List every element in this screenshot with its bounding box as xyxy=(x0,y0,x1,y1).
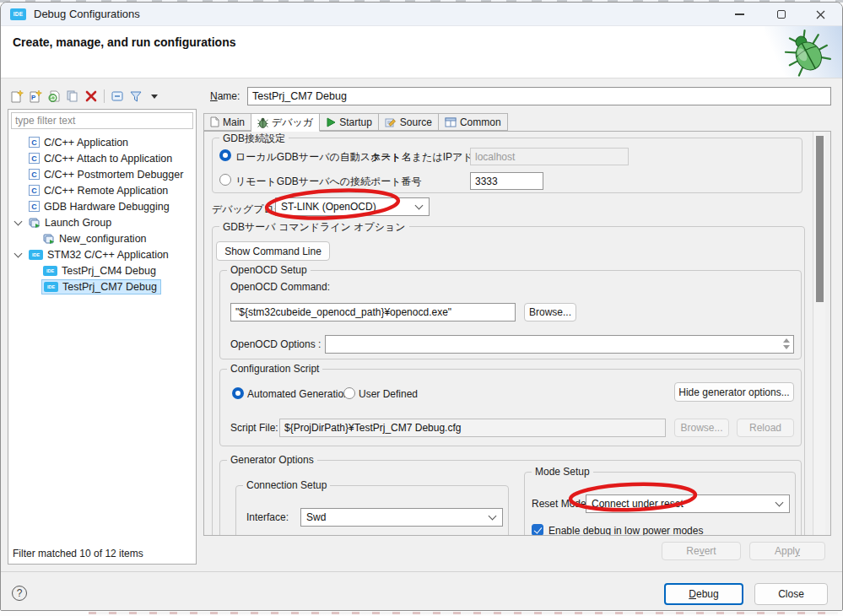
tab-common[interactable]: Common xyxy=(439,113,508,131)
spinner-icons[interactable] xyxy=(783,338,790,349)
c-application-icon: C xyxy=(29,169,40,180)
debugger-bug-icon xyxy=(257,117,268,128)
low-power-debug-label: Enable debug in low power modes xyxy=(548,525,703,536)
vertical-scrollbar[interactable] xyxy=(813,132,825,535)
header-gradient xyxy=(765,26,842,78)
dialog-footer: ? Debug Close xyxy=(1,571,842,611)
dialog-header-title: Create, manage, and run configurations xyxy=(13,35,236,49)
chevron-down-icon xyxy=(489,512,497,521)
host-input[interactable]: localhost xyxy=(470,148,629,165)
user-defined-radio[interactable] xyxy=(343,387,355,399)
tree-item-new-configuration[interactable]: New_configuration xyxy=(8,230,196,246)
automated-generation-radio[interactable] xyxy=(232,387,244,399)
configuration-name-input[interactable] xyxy=(247,87,831,105)
tab-debugger[interactable]: デバッガ xyxy=(251,113,320,132)
remote-gdb-radio[interactable] xyxy=(219,174,231,186)
generator-options-group: Generator Options Connection Setup Inter… xyxy=(219,460,802,536)
port-label: ポート番号 xyxy=(370,175,422,189)
debug-probe-select[interactable]: ST-LINK (OpenOCD) xyxy=(275,197,430,216)
openocd-options-input[interactable] xyxy=(325,335,794,354)
expanded-chevron-icon[interactable] xyxy=(14,249,23,257)
launch-group-icon xyxy=(29,217,41,228)
connection-setup-title: Connection Setup xyxy=(243,479,330,491)
reset-mode-select[interactable]: Connect under reset xyxy=(586,494,790,513)
c-application-icon: C xyxy=(29,201,40,212)
openocd-setup-title: OpenOCD Setup xyxy=(227,264,311,276)
debug-button[interactable]: Debug xyxy=(664,583,743,605)
tree-item-cpp-postmortem[interactable]: C C/C++ Postmortem Debugger xyxy=(8,166,196,182)
show-command-line-button[interactable]: Show Command Line xyxy=(216,241,330,261)
duplicate-icon xyxy=(66,89,79,103)
tab-main[interactable]: Main xyxy=(203,113,251,131)
tree-item-stm32-application[interactable]: IDE STM32 C/C++ Application xyxy=(8,246,196,262)
minimize-button[interactable] xyxy=(721,3,758,26)
source-icon xyxy=(385,116,397,127)
sidebar-toolbar: P xyxy=(9,88,162,105)
interface-select[interactable]: Swd xyxy=(300,508,503,527)
startup-play-icon xyxy=(326,117,336,127)
tree-item-cpp-application[interactable]: C C/C++ Application xyxy=(8,134,196,150)
tree-item-testprj-cm7-debug[interactable]: IDE TestPrj_CM7 Debug xyxy=(8,278,196,294)
filter-status-text: Filter matched 10 of 12 items xyxy=(13,548,143,559)
scrollbar-thumb[interactable] xyxy=(816,136,824,302)
delete-icon xyxy=(85,90,97,102)
name-label: Name: xyxy=(210,90,240,102)
script-reload-button[interactable]: Reload xyxy=(737,419,794,437)
tree-item-cpp-remote[interactable]: C C/C++ Remote Application xyxy=(8,182,196,198)
openocd-options-label: OpenOCD Options : xyxy=(230,338,321,350)
openocd-command-input[interactable]: "${stm32cubeide_openocd_path}¥openocd.ex… xyxy=(230,303,516,322)
configurations-tree: C C/C++ Application C C/C++ Attach to Ap… xyxy=(8,134,196,294)
automated-generation-label: Automated Generation xyxy=(247,388,349,400)
close-window-button[interactable] xyxy=(802,3,839,26)
tree-item-launch-group[interactable]: Launch Group xyxy=(8,214,196,230)
tab-startup[interactable]: Startup xyxy=(320,113,379,131)
close-icon xyxy=(816,10,825,19)
chevron-down-icon xyxy=(415,202,424,210)
apply-button[interactable]: Apply xyxy=(749,542,825,560)
debug-configurations-dialog: IDE Debug Configurations Create, manage,… xyxy=(0,2,843,611)
duplicate-configuration-button[interactable] xyxy=(65,89,80,104)
launch-group-icon xyxy=(43,233,55,244)
autostart-local-gdb-radio[interactable] xyxy=(219,149,231,161)
remote-gdb-label: リモートGDBサーバへの接続 xyxy=(235,175,370,189)
new-prototype-button[interactable]: P xyxy=(28,89,43,104)
collapse-all-button[interactable] xyxy=(110,89,125,104)
titlebar: IDE Debug Configurations xyxy=(1,3,842,26)
gdb-connection-group-title: GDB接続設定 xyxy=(219,132,289,146)
tree-item-testprj-cm4-debug[interactable]: IDE TestPrj_CM4 Debug xyxy=(8,262,196,278)
port-input[interactable]: 3333 xyxy=(470,172,543,190)
close-button[interactable]: Close xyxy=(754,583,828,605)
tab-source[interactable]: Source xyxy=(379,113,439,131)
new-config-icon xyxy=(10,89,24,103)
low-power-debug-checkbox[interactable] xyxy=(532,524,543,536)
collapse-all-icon xyxy=(111,91,124,102)
expanded-chevron-icon[interactable] xyxy=(14,217,23,225)
export-configuration-button[interactable] xyxy=(46,89,62,104)
c-application-icon: C xyxy=(29,153,40,164)
openocd-browse-button[interactable]: Browse... xyxy=(524,303,576,322)
app-ide-icon: IDE xyxy=(10,8,26,20)
gdb-server-options-group: GDBサーバ コマンドライン オプション Show Command Line O… xyxy=(212,226,805,536)
openocd-command-label: OpenOCD Command: xyxy=(230,281,330,293)
revert-button[interactable]: Revert xyxy=(662,542,741,560)
hide-generator-options-button[interactable]: Hide generator options... xyxy=(674,382,794,402)
new-configuration-button[interactable] xyxy=(9,89,24,104)
connection-setup-group: Connection Setup Interface: Swd xyxy=(235,485,509,536)
toolbar-menu-button[interactable] xyxy=(147,89,162,104)
delete-configuration-button[interactable] xyxy=(84,89,99,104)
toolbar-separator xyxy=(104,89,105,103)
maximize-button[interactable] xyxy=(763,3,800,26)
chevron-down-icon xyxy=(775,499,784,507)
main-page-icon xyxy=(210,116,219,127)
c-application-icon: C xyxy=(29,137,40,148)
mode-setup-title: Mode Setup xyxy=(532,466,593,478)
tree-item-gdb-hardware[interactable]: C GDB Hardware Debugging xyxy=(8,198,196,214)
tree-item-cpp-attach[interactable]: C C/C++ Attach to Application xyxy=(8,150,196,166)
script-file-input[interactable]: ${ProjDirPath}¥TestPrj_CM7 Debug.cfg xyxy=(279,419,666,437)
filter-input[interactable] xyxy=(11,112,193,129)
help-button[interactable]: ? xyxy=(12,586,27,601)
filter-launch-configurations-button[interactable] xyxy=(128,89,143,104)
script-browse-button[interactable]: Browse... xyxy=(674,419,729,437)
user-defined-label: User Defined xyxy=(359,388,418,400)
dialog-header: Create, manage, and run configurations xyxy=(1,26,842,78)
